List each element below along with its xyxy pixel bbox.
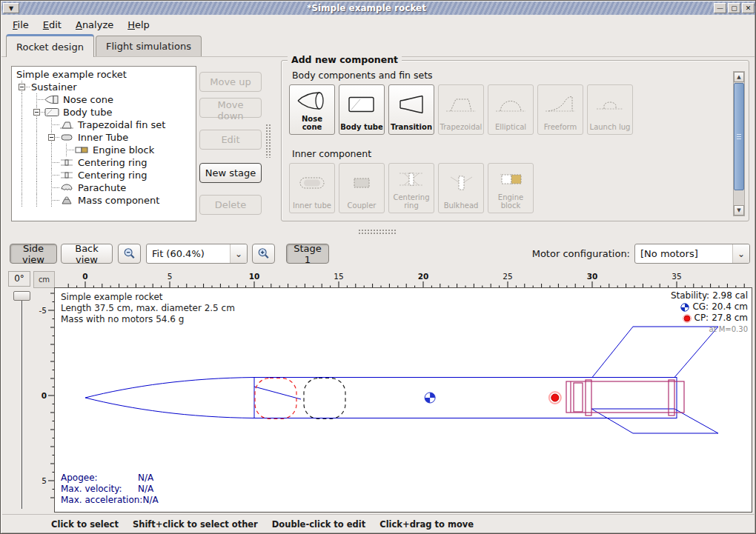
zoom-out-button[interactable] — [118, 244, 141, 264]
tree-item-label: Body tube — [62, 107, 113, 118]
svg-text:-5: -5 — [39, 306, 47, 315]
component-button-label: Nose cone — [291, 115, 334, 131]
svg-text:30: 30 — [587, 272, 598, 281]
scroll-up-icon[interactable]: ▲ — [734, 72, 744, 82]
stability-label: Stability: — [671, 290, 709, 301]
add-launch-lug-button[interactable]: Launch lug — [587, 84, 633, 135]
motor-configuration-label: Motor configuration: — [447, 244, 630, 264]
rocket-canvas[interactable]: Simple example rocket Length 37.5 cm, ma… — [55, 288, 752, 512]
add-coupler-button[interactable]: Coupler — [339, 163, 385, 213]
tree-expander-icon[interactable] — [48, 134, 55, 141]
horizontal-splitter-handle[interactable] — [358, 229, 397, 235]
rotation-slider-handle[interactable] — [13, 291, 30, 301]
apogee-label: Apogee: — [61, 473, 138, 484]
tree-item-body-tube[interactable]: Body tube — [15, 106, 196, 119]
tree-item-simple-example-rocket[interactable]: Simple example rocket — [15, 68, 196, 81]
rotation-slider-track[interactable] — [21, 298, 23, 509]
trapezoidal-icon — [445, 93, 477, 117]
delete-button[interactable]: Delete — [199, 195, 262, 215]
add-freeform-button[interactable]: Freeform — [537, 84, 583, 135]
cg-icon — [680, 303, 689, 312]
svg-text:10: 10 — [249, 272, 260, 281]
chevron-down-icon[interactable]: ⌄ — [732, 244, 749, 263]
max-velocity-value: N/A — [138, 484, 153, 494]
tree-item-trapezoidal-fin-set[interactable]: Trapezoidal fin set — [15, 119, 196, 131]
tree-item-engine-block[interactable]: Engine block — [15, 144, 196, 156]
centeringring-icon — [59, 158, 76, 167]
maximize-button[interactable]: ▢ — [728, 3, 740, 13]
vertical-ruler: -505 — [33, 288, 55, 512]
svg-text:15: 15 — [334, 272, 343, 281]
close-button[interactable]: ✕ — [742, 3, 755, 13]
add-inner-tube-button[interactable]: Inner tube — [289, 163, 335, 213]
edit-button[interactable]: Edit — [199, 130, 262, 150]
move-up-button[interactable]: Move up — [199, 72, 262, 92]
scroll-down-icon[interactable]: ▼ — [734, 205, 744, 216]
tree-item-label: Simple example rocket — [15, 69, 127, 80]
component-tree[interactable]: Simple example rocketSustainerNose coneB… — [11, 66, 196, 221]
tree-expander-icon[interactable] — [33, 109, 40, 116]
tree-item-inner-tube[interactable]: Inner Tube — [15, 131, 196, 144]
vertical-splitter-handle[interactable] — [265, 124, 271, 158]
nosecone-icon — [44, 95, 62, 104]
menu-edit[interactable]: Edit — [36, 17, 69, 33]
cg-label: CG: — [692, 301, 709, 313]
cp-value: 27.8 cm — [712, 313, 748, 324]
tree-item-centering-ring[interactable]: Centering ring — [15, 156, 196, 169]
add-trapezoidal-button[interactable]: Trapezoidal — [438, 84, 484, 135]
add-engine-block-button[interactable]: Engine block — [488, 163, 534, 213]
body-components-label: Body components and fin sets — [292, 70, 433, 81]
add-transition-button[interactable]: Transition — [388, 84, 434, 135]
fin-icon — [59, 120, 76, 130]
zoom-in-button[interactable] — [252, 244, 275, 264]
horizontal-ruler: 05101520253035 — [55, 271, 752, 288]
component-button-label: Elliptical — [495, 123, 526, 131]
tree-item-nose-cone[interactable]: Nose cone — [15, 93, 196, 106]
motor-configuration-select[interactable]: [No motors] ⌄ — [634, 244, 750, 264]
add-bulkhead-button[interactable]: Bulkhead — [438, 163, 484, 213]
bulkhead-icon — [445, 172, 477, 196]
tree-item-label: Parachute — [76, 182, 126, 193]
menu-analyze[interactable]: Analyze — [69, 17, 121, 33]
tree-item-label: Centering ring — [76, 170, 147, 181]
inner-components-row: Inner tubeCouplerCentering ringBulkheadE… — [289, 163, 534, 213]
freeform-icon — [544, 93, 577, 117]
window-menu-icon[interactable]: ▼ — [3, 3, 19, 13]
side-view-button[interactable]: Side view — [10, 244, 57, 264]
tree-item-parachute[interactable]: Parachute — [15, 181, 196, 194]
add-centering-ring-button[interactable]: Centering ring — [388, 163, 434, 213]
tree-item-label: Trapezoidal fin set — [76, 119, 165, 130]
zoom-select[interactable]: Fit (60.4%) ⌄ — [146, 244, 248, 264]
tree-item-mass-component[interactable]: Mass component — [15, 194, 196, 207]
menu-help[interactable]: Help — [121, 17, 157, 33]
back-view-button[interactable]: Back view — [61, 244, 113, 264]
component-button-label: Coupler — [348, 201, 377, 210]
tree-item-centering-ring[interactable]: Centering ring — [15, 169, 196, 181]
add-elliptical-button[interactable]: Elliptical — [488, 84, 534, 135]
minimize-button[interactable]: — — [714, 3, 726, 13]
centering-ring-outline — [669, 380, 674, 415]
component-button-label: Bulkhead — [444, 201, 479, 210]
tab-flight-simulations[interactable]: Flight simulations — [96, 36, 202, 56]
tree-expander-icon[interactable] — [19, 84, 25, 90]
menu-file[interactable]: File — [6, 17, 36, 33]
bodytube-icon — [345, 93, 378, 117]
rocket-mass: Mass with no motors 54.6 g — [61, 314, 235, 325]
component-scrollbar[interactable]: ▲ ▼ — [733, 71, 745, 216]
tab-rocket-design[interactable]: Rocket design — [6, 34, 94, 57]
stability-value: 2.98 cal — [712, 290, 748, 301]
engineblock-icon — [74, 145, 91, 155]
tree-item-sustainer[interactable]: Sustainer — [15, 81, 196, 93]
body-tube-outline — [254, 378, 677, 418]
add-nose-cone-button[interactable]: Nose cone — [289, 84, 335, 135]
engineblock-icon — [494, 168, 527, 192]
rocket-dimensions: Length 37.5 cm, max. diameter 2.5 cm — [61, 303, 235, 314]
component-button-label: Transition — [391, 123, 432, 131]
chevron-down-icon[interactable]: ⌄ — [230, 244, 247, 263]
new-stage-button[interactable]: New stage — [199, 163, 262, 183]
stage-1-toggle[interactable]: Stage 1 — [286, 244, 329, 264]
add-body-tube-button[interactable]: Body tube — [339, 84, 385, 135]
scrollbar-thumb[interactable] — [734, 83, 744, 190]
svg-text:20: 20 — [418, 272, 429, 281]
move-down-button[interactable]: Move down — [199, 98, 262, 118]
